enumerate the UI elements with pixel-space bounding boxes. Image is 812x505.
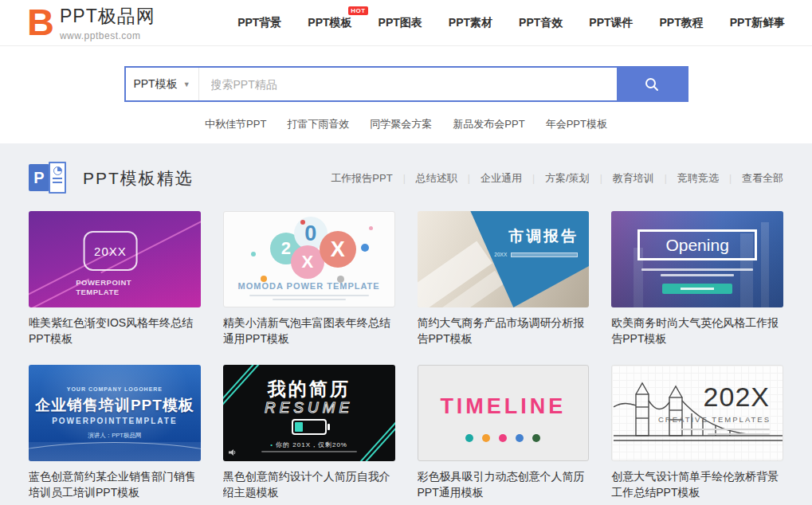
nav-ppt-tutorial[interactable]: PPT教程	[660, 16, 704, 30]
hot-link-launch[interactable]: 新品发布会PPT	[453, 117, 524, 131]
template-title[interactable]: 黑色创意简约设计个人简历自我介绍主题模板	[223, 468, 395, 500]
nav-ppt-sound[interactable]: PPT音效	[519, 16, 563, 30]
cat-corporate[interactable]: 企业通用	[481, 171, 522, 186]
hot-link-midautumn[interactable]: 中秋佳节PPT	[205, 117, 266, 131]
nav-ppt-material[interactable]: PPT素材	[449, 16, 492, 30]
year-label: 202X	[704, 382, 770, 413]
template-card-london-bridge[interactable]: 202X CREATIVE TEMPLATES 创意大气设计简单手绘伦敦桥背景工…	[611, 365, 783, 500]
view-all-link[interactable]: 查看全部	[742, 171, 783, 186]
template-thumbnail[interactable]: 2 0 X X MOMODA POWER TEMPLATE	[223, 211, 395, 307]
site-logo[interactable]: B PPT极品网 www.pptbest.com	[27, 4, 155, 41]
template-thumbnail[interactable]: YOUR COMPANY LOGOHERE 企业销售培训PPT模板 POWERP…	[29, 365, 201, 461]
cat-work-report[interactable]: 工作报告PPT	[331, 171, 392, 186]
template-thumbnail[interactable]: 202X CREATIVE TEMPLATES	[611, 365, 783, 461]
hot-link-annual[interactable]: 年会PPT模板	[546, 117, 607, 131]
template-card-purple-gradient[interactable]: 20XX POWERPOINT TEMPLATE 唯美紫红色渐变IOS风格年终总…	[29, 211, 201, 346]
timeline-dots	[418, 434, 589, 442]
template-title[interactable]: 彩色极具吸引力动态创意个人简历PPT通用模板	[418, 468, 590, 500]
cat-competition[interactable]: 竞聘竞选	[677, 171, 719, 186]
nav-ppt-chart[interactable]: PPT图表	[379, 16, 422, 30]
nav-ppt-background[interactable]: PPT背景	[237, 16, 281, 30]
template-card-sales-training[interactable]: YOUR COMPANY LOGOHERE 企业销售培训PPT模板 POWERP…	[29, 365, 201, 500]
nav-ppt-template-label: PPT模板	[308, 16, 351, 29]
thumb-heading: 我的简历	[223, 377, 395, 401]
cat-summary[interactable]: 总结述职	[416, 171, 457, 186]
search-icon	[644, 76, 660, 92]
main-nav: PPT背景 PPT模板 HOT PPT图表 PPT素材 PPT音效 PPT课件 …	[237, 16, 785, 30]
site-name: PPT极品网	[60, 4, 155, 29]
pie-chart-glyph	[53, 166, 62, 175]
header: B PPT极品网 www.pptbest.com PPT背景 PPT模板 HOT…	[0, 0, 812, 46]
template-thumbnail[interactable]: 我的简历 RESUME •你的 201X，仅剩20%	[223, 365, 395, 461]
bubble-x2: X	[320, 231, 356, 268]
thumb-heading: Opening	[637, 229, 757, 260]
template-title[interactable]: 唯美紫红色渐变IOS风格年终总结PPT模板	[29, 315, 201, 346]
speaker-icon	[229, 448, 237, 456]
template-thumbnail[interactable]: Opening	[611, 211, 783, 307]
battery-icon	[292, 419, 327, 435]
thumb-button	[662, 284, 732, 294]
template-card-resume-black[interactable]: 我的简历 RESUME •你的 201X，仅剩20% 黑色创意简约设计个人简历自…	[223, 365, 395, 500]
search-section: PPT模板 ▼ 中秋佳节PPT 打雷下雨音效 同学聚会方案 新品发布会PPT 年…	[0, 46, 812, 143]
chevron-down-icon: ▼	[183, 80, 190, 88]
thumb-subtext: POWERPOINTTEMPLATE	[29, 417, 201, 425]
thumb-heading: 企业销售培训PPT模板	[29, 395, 201, 416]
hot-search-links: 中秋佳节PPT 打雷下雨音效 同学聚会方案 新品发布会PPT 年会PPT模板	[0, 117, 812, 131]
thumb-subtext: CREATIVE TEMPLATES	[658, 415, 771, 424]
thumb-caption: POWERPOINT TEMPLATE	[76, 278, 143, 297]
hot-link-reunion[interactable]: 同学聚会方案	[370, 117, 432, 131]
powerpoint-p: P	[29, 164, 49, 191]
site-url: www.pptbest.com	[60, 30, 155, 41]
search-category-value: PPT模板	[133, 77, 177, 92]
logo-icon: B	[27, 6, 53, 39]
year-badge: 20XX	[83, 231, 137, 271]
nav-ppt-courseware[interactable]: PPT课件	[589, 16, 633, 30]
hot-link-thunder[interactable]: 打雷下雨音效	[287, 117, 349, 131]
template-title[interactable]: 蓝色创意简约某企业销售部门销售培训员工培训PPT模板	[29, 468, 201, 500]
thumb-subtext: RESUME	[223, 399, 395, 417]
thumb-brand-text: MOMODA POWER TEMPLATE	[224, 281, 394, 291]
thumb-toptext: YOUR COMPANY LOGOHERE	[29, 386, 201, 392]
template-card-timeline[interactable]: TIMELINE 彩色极具吸引力动态创意个人简历PPT通用模板	[418, 365, 590, 500]
cat-education[interactable]: 教育培训	[613, 171, 654, 186]
template-thumbnail[interactable]: 市调报告 20XX	[418, 211, 590, 307]
search-category-dropdown[interactable]: PPT模板 ▼	[126, 68, 199, 100]
search-input[interactable]	[199, 68, 617, 100]
section-title: PPT模板精选	[83, 167, 194, 190]
thumb-heading: 市调报告	[508, 226, 579, 247]
template-card-bubbles[interactable]: 2 0 X X MOMODA POWER TEMPLATE 精美小清新气泡丰富图…	[223, 211, 395, 346]
powerpoint-icon: P	[29, 162, 67, 195]
thumb-heading: TIMELINE	[418, 394, 589, 419]
section-category-links: 工作报告PPT| 总结述职| 企业通用| 方案/策划| 教育培训| 竞聘竞选| …	[331, 171, 783, 186]
thumb-caption: 你的 201X，仅剩20%	[276, 441, 347, 448]
search-button[interactable]	[617, 68, 687, 100]
nav-ppt-template[interactable]: PPT模板 HOT	[308, 16, 351, 30]
thumb-speaker: 演讲人：PPT极品网	[29, 432, 201, 440]
template-title[interactable]: 简约大气商务产品市场调研分析报告PPT模板	[418, 315, 590, 346]
hot-badge: HOT	[348, 6, 367, 15]
template-thumbnail[interactable]: TIMELINE	[418, 365, 590, 461]
year-label: 20XX	[494, 252, 507, 257]
template-grid: 20XX POWERPOINT TEMPLATE 唯美紫红色渐变IOS风格年终总…	[29, 211, 783, 500]
template-title[interactable]: 精美小清新气泡丰富图表年终总结通用PPT模板	[223, 315, 395, 346]
search-box: PPT模板 ▼	[124, 66, 688, 102]
template-card-opening-city[interactable]: Opening 欧美商务时尚大气英伦风格工作报告PPT模板	[611, 211, 783, 346]
template-title[interactable]: 创意大气设计简单手绘伦敦桥背景工作总结PPT模板	[611, 468, 783, 500]
section-header: P PPT模板精选 工作报告PPT| 总结述职| 企业通用| 方案/策划| 教育…	[29, 160, 783, 197]
template-card-market-report[interactable]: 市调报告 20XX 简约大气商务产品市场调研分析报告PPT模板	[418, 211, 590, 346]
template-thumbnail[interactable]: 20XX POWERPOINT TEMPLATE	[29, 211, 201, 307]
nav-ppt-news[interactable]: PPT新鲜事	[730, 16, 785, 30]
cat-plan[interactable]: 方案/策划	[545, 171, 590, 186]
template-title[interactable]: 欧美商务时尚大气英伦风格工作报告PPT模板	[611, 315, 783, 346]
main-content: P PPT模板精选 工作报告PPT| 总结述职| 企业通用| 方案/策划| 教育…	[0, 143, 812, 505]
